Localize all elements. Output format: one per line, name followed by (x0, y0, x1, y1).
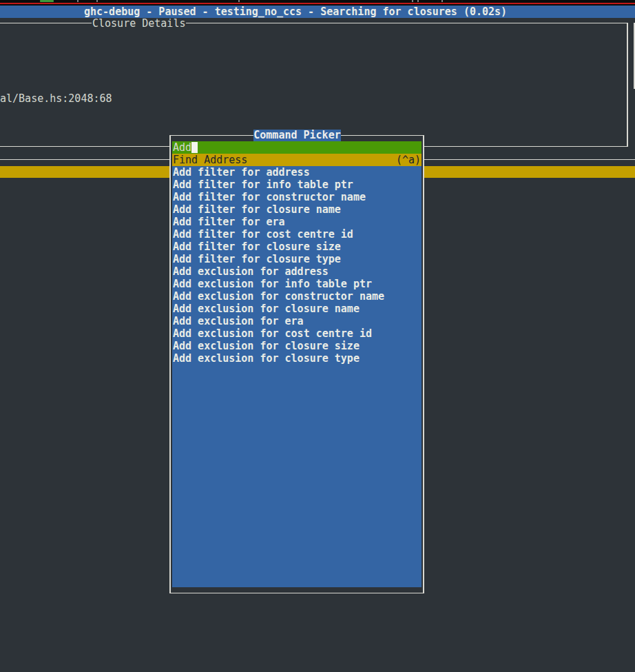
command-list: Add filter for addressAdd filter for inf… (172, 166, 421, 587)
command-item[interactable]: Add filter for address (172, 166, 421, 179)
command-item[interactable]: Add exclusion for closure name (172, 303, 421, 315)
dialog-border (423, 135, 424, 593)
command-item-find-address[interactable]: Find Address (^a) (172, 154, 421, 166)
source-location-text: al/Base.hs:2048:68 (0, 92, 112, 105)
closure-details-right-border (627, 23, 628, 147)
tab-text-fragment (77, 0, 79, 2)
command-picker-dialog: Command Picker Add Find Address (^a) Add… (169, 130, 424, 594)
command-item-label: Find Address (172, 154, 248, 166)
tab-text-fragment (412, 0, 413, 2)
command-item[interactable]: Add exclusion for address (172, 265, 421, 278)
red-divider-line (0, 3, 635, 4)
command-item[interactable]: Add filter for cost centre id (172, 228, 421, 241)
green-indicator-fragment (40, 0, 54, 2)
command-item[interactable]: Add filter for constructor name (172, 191, 421, 203)
tab-text-fragment (238, 0, 240, 2)
dialog-border (169, 593, 424, 593)
command-item[interactable]: Add filter for era (172, 216, 421, 228)
tab-text-fragment (96, 0, 98, 2)
top-window-sliver (0, 0, 635, 6)
title-bar: ghc-debug - Paused - testing_no_ccs - Se… (0, 6, 635, 18)
tab-text-fragment (441, 0, 443, 2)
command-item[interactable]: Add exclusion for era (172, 315, 421, 327)
command-item[interactable]: Add exclusion for cost centre id (172, 327, 421, 340)
command-item[interactable]: Add exclusion for constructor name (172, 290, 421, 303)
closure-details-panel-title: Closure Details (92, 18, 186, 29)
command-item[interactable]: Add filter for info table ptr (172, 179, 421, 191)
text-cursor (191, 142, 198, 153)
command-item[interactable]: Add exclusion for info table ptr (172, 278, 421, 290)
dialog-title: Command Picker (253, 130, 341, 141)
terminal-screen: ghc-debug - Paused - testing_no_ccs - Se… (0, 0, 635, 672)
tab-text-fragment (417, 0, 419, 2)
command-item-shortcut: (^a) (395, 154, 421, 166)
command-search-input-value: Add (173, 141, 191, 154)
command-item[interactable]: Add exclusion for closure size (172, 340, 421, 352)
command-item[interactable]: Add filter for closure size (172, 241, 421, 253)
command-item[interactable]: Add exclusion for closure type (172, 352, 421, 365)
command-search-input[interactable]: Add (172, 141, 421, 154)
dialog-border (169, 135, 171, 593)
title-text: ghc-debug - Paused - testing_no_ccs - Se… (84, 6, 507, 18)
command-item[interactable]: Add filter for closure name (172, 203, 421, 216)
command-item[interactable]: Add filter for closure type (172, 253, 421, 265)
